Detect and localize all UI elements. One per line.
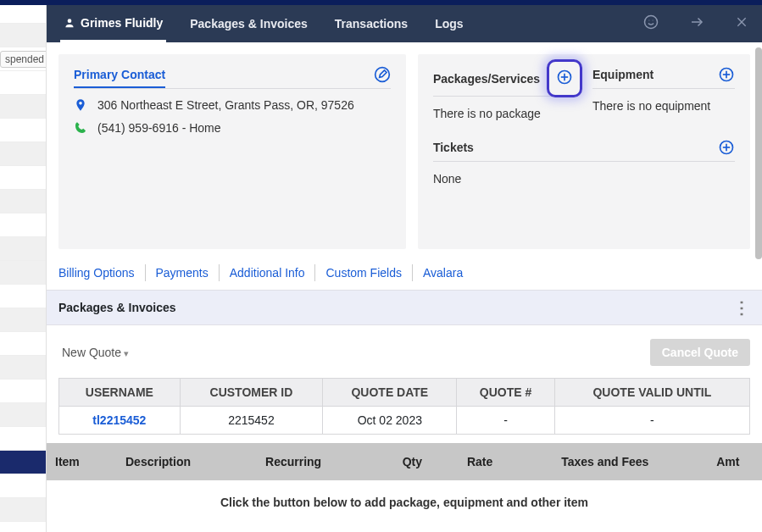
new-quote-dropdown[interactable]: New Quote	[58, 341, 132, 364]
table-row: tl2215452 2215452 Oct 02 2023 - -	[59, 407, 750, 435]
equipment-title: Equipment	[592, 68, 654, 81]
col-quote-: QUOTE #	[457, 379, 554, 407]
location-pin-icon	[74, 97, 87, 113]
quote-summary-table: USERNAMECUSTOMER IDQUOTE DATEQUOTE #QUOT…	[58, 378, 750, 435]
contact-phone: (541) 959-6916 - Home	[97, 121, 221, 135]
forward-arrow-icon[interactable]	[684, 9, 709, 39]
linecol-item: Item	[47, 443, 117, 480]
edit-contact-icon[interactable]	[374, 66, 391, 83]
valid-until-cell: -	[554, 407, 749, 435]
username-cell[interactable]: tl2215452	[59, 407, 181, 435]
contact-address: 306 Northeast E Street, Grants Pass, OR,…	[97, 98, 354, 112]
add-ticket-icon[interactable]	[718, 139, 735, 156]
svg-point-1	[645, 15, 658, 28]
tab-transactions[interactable]: Transactions	[331, 6, 411, 42]
services-card: Packages/Services There is no package Eq…	[418, 54, 750, 249]
svg-point-0	[68, 19, 72, 23]
customer-id-cell: 2215452	[180, 407, 323, 435]
add-package-icon[interactable]	[556, 69, 573, 86]
section-header: Packages & Invoices ⋮	[47, 290, 762, 325]
linecol-recurring: Recurring	[257, 443, 381, 480]
close-icon[interactable]	[730, 10, 754, 38]
background-table: spended	[0, 0, 46, 532]
person-icon	[64, 17, 75, 29]
status-badge: spended	[0, 51, 49, 68]
contact-card: Primary Contact 306 Northeast E Street, …	[58, 54, 406, 249]
svg-point-7	[375, 68, 390, 82]
col-quote-date: QUOTE DATE	[323, 379, 457, 407]
linkbar: Billing OptionsPaymentsAdditional InfoCu…	[47, 261, 762, 290]
empty-items-text: Click the button below to add package, e…	[47, 480, 762, 524]
section-title-text: Packages & Invoices	[58, 301, 176, 314]
modal-tabs: Grimes FluidlyPackages & InvoicesTransac…	[47, 5, 762, 42]
link-custom-fields[interactable]: Custom Fields	[315, 264, 412, 281]
primary-contact-title[interactable]: Primary Contact	[74, 68, 165, 88]
packages-title: Packages/Services	[433, 72, 540, 86]
link-billing-options[interactable]: Billing Options	[58, 264, 146, 281]
quote-date-cell: Oct 02 2023	[323, 407, 457, 435]
linecol-description: Description	[117, 443, 257, 480]
equipment-empty-text: There is no equipment	[592, 96, 735, 113]
link-payments[interactable]: Payments	[146, 264, 220, 281]
scrollbar[interactable]	[755, 47, 762, 259]
tab-packages-invoices[interactable]: Packages & Invoices	[186, 6, 311, 42]
linecol-qty: Qty	[381, 443, 444, 480]
phone-icon	[74, 121, 87, 135]
col-customer-id: CUSTOMER ID	[180, 379, 323, 407]
tab-logs[interactable]: Logs	[431, 6, 466, 42]
tickets-empty-text: None	[433, 169, 735, 186]
linecol-taxes-and-fees: Taxes and Fees	[516, 443, 694, 480]
cancel-quote-button[interactable]: Cancel Quote	[650, 339, 750, 366]
smiley-icon[interactable]	[638, 9, 664, 39]
line-items-table: ItemDescriptionRecurringQtyRateTaxes and…	[47, 443, 762, 524]
link-additional-info[interactable]: Additional Info	[220, 264, 316, 281]
tickets-title: Tickets	[433, 141, 474, 154]
packages-empty-text: There is no package	[433, 103, 576, 120]
tab-grimes-fluidly[interactable]: Grimes Fluidly	[60, 6, 166, 42]
col-quote-valid-until: QUOTE VALID UNTIL	[554, 379, 749, 407]
linecol-rate: Rate	[443, 443, 516, 480]
section-more-icon[interactable]: ⋮	[733, 302, 750, 313]
linecol-amt: Amt	[694, 443, 762, 480]
quote-num-cell: -	[457, 407, 554, 435]
link-avalara[interactable]: Avalara	[413, 264, 473, 281]
add-equipment-icon[interactable]	[718, 66, 735, 83]
col-username: USERNAME	[59, 379, 181, 407]
